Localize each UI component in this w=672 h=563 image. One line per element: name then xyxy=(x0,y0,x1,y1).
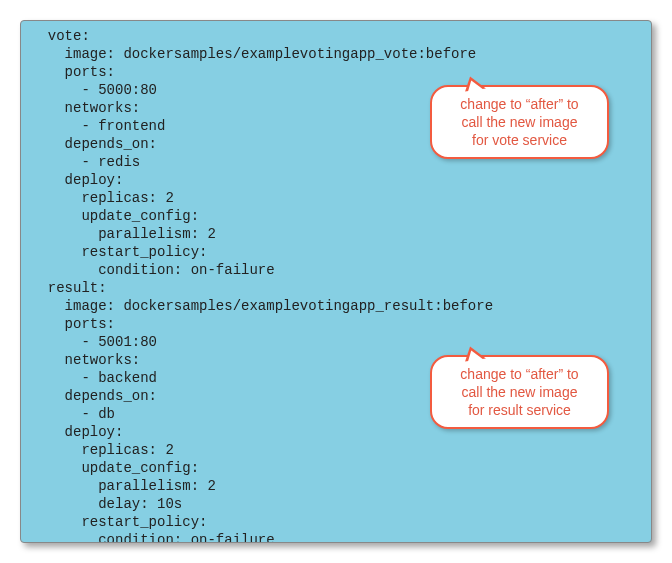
annotation-callout-result: change to “after” to call the new image … xyxy=(430,355,609,429)
code-line: vote: xyxy=(21,27,651,45)
code-line: restart_policy: xyxy=(21,243,651,261)
code-line: delay: 10s xyxy=(21,495,651,513)
code-line: update_config: xyxy=(21,207,651,225)
annotation-callout-vote: change to “after” to call the new image … xyxy=(430,85,609,159)
callout-text: call the new image xyxy=(442,113,597,131)
code-line: result: xyxy=(21,279,651,297)
code-line: image: dockersamples/examplevotingapp_vo… xyxy=(21,45,651,63)
callout-text: change to “after” to xyxy=(442,95,597,113)
code-line: update_config: xyxy=(21,459,651,477)
callout-text: for result service xyxy=(442,401,597,419)
code-line: replicas: 2 xyxy=(21,441,651,459)
callout-text: for vote service xyxy=(442,131,597,149)
callout-text: call the new image xyxy=(442,383,597,401)
code-line: parallelism: 2 xyxy=(21,225,651,243)
code-line: ports: xyxy=(21,63,651,81)
callout-tail-icon xyxy=(466,79,483,92)
code-line: condition: on-failure xyxy=(21,531,651,543)
code-line: restart_policy: xyxy=(21,513,651,531)
code-line: replicas: 2 xyxy=(21,189,651,207)
code-line: - 5001:80 xyxy=(21,333,651,351)
code-line: condition: on-failure xyxy=(21,261,651,279)
code-snippet-box: vote: image: dockersamples/examplevoting… xyxy=(20,20,652,543)
callout-text: change to “after” to xyxy=(442,365,597,383)
code-line: deploy: xyxy=(21,171,651,189)
callout-tail-icon xyxy=(466,349,483,362)
code-line: ports: xyxy=(21,315,651,333)
code-line: parallelism: 2 xyxy=(21,477,651,495)
code-line: image: dockersamples/examplevotingapp_re… xyxy=(21,297,651,315)
